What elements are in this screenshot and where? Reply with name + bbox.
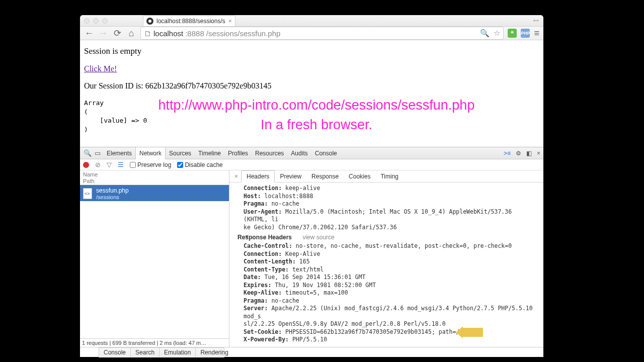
drawer-tab-emulation[interactable]: Emulation (159, 348, 196, 357)
header-line: Connection: keep-alive (244, 185, 538, 193)
fullscreen-icon[interactable]: ⤢ (531, 16, 541, 26)
network-subbar: ⊘ ▽ ☰ Preserve log Disable cache (80, 159, 543, 170)
toggle-drawer-icon[interactable]: >≡ (504, 150, 511, 157)
header-line: Content-Length: 165 (244, 258, 538, 266)
header-line: User-Agent: Mozilla/5.0 (Macintosh; Inte… (244, 208, 538, 224)
devtools-tab-console[interactable]: Console (311, 147, 341, 159)
annotation-caption: In a fresh browser. (140, 115, 493, 135)
highlight-arrow-icon (462, 328, 483, 337)
header-line: Expires: Thu, 19 Nov 1981 08:52:00 GMT (244, 282, 538, 290)
url-port: :8888 (185, 29, 204, 38)
chrome-menu-button[interactable]: ≡ (534, 28, 539, 39)
view-toggle-icon[interactable]: ☰ (118, 161, 124, 168)
drawer-tab-search[interactable]: Search (131, 348, 159, 357)
header-line: Pragma: no-cache (244, 200, 538, 208)
favicon-icon (146, 18, 153, 25)
view-source-link[interactable]: view source (302, 234, 334, 241)
devtools-tab-network[interactable]: Network (135, 147, 166, 159)
devtools-tab-resources[interactable]: Resources (252, 147, 287, 159)
header-line: Pragma: no-cache (244, 297, 538, 305)
drawer-tab-rendering[interactable]: Rendering (196, 348, 232, 357)
inspect-icon[interactable]: 🔍 (83, 149, 92, 157)
header-line: Keep-Alive: timeout=5, max=100 (244, 289, 538, 297)
file-icon (83, 188, 92, 199)
titlebar: localhost:8888/sessions/s × ⤢ (80, 15, 543, 27)
close-window-button[interactable] (84, 18, 90, 24)
annotation-url: http://www.php-intro.com/code/sessions/s… (140, 96, 493, 115)
header-line: sl/2.2.25 OpenSSL/0.9.8y DAV/2 mod_perl/… (244, 320, 538, 328)
bookmark-star-icon[interactable]: ☆ (494, 29, 500, 38)
browser-window: localhost:8888/sessions/s × ⤢ ← → ⟳ ⌂ 🗋 … (80, 15, 543, 348)
preserve-log-checkbox[interactable]: Preserve log (130, 161, 171, 168)
col-name: Name (83, 171, 226, 178)
header-line: Server: Apache/2.2.25 (Unix) mod_fastcgi… (244, 305, 538, 320)
request-row[interactable]: sessfun.php /sessions (80, 185, 229, 201)
home-button[interactable]: ⌂ (126, 28, 136, 39)
header-line: Connection: Keep-Alive (244, 250, 538, 258)
header-line: ke Gecko) Chrome/37.0.2062.120 Safari/53… (244, 224, 538, 232)
minimize-window-button[interactable] (93, 18, 99, 24)
request-filename: sessfun.php (96, 187, 129, 194)
header-line: Date: Tue, 16 Sep 2014 15:36:01 GMT (244, 274, 538, 282)
url-host: localhost (153, 29, 183, 38)
detail-tab-cookies[interactable]: Cookies (344, 170, 375, 183)
close-tab-button[interactable]: × (228, 18, 232, 25)
disable-cache-checkbox[interactable]: Disable cache (177, 161, 222, 168)
page-icon: 🗋 (144, 29, 151, 38)
header-line: Content-Type: text/html (244, 266, 538, 274)
search-icon[interactable]: 🔍 (480, 29, 490, 38)
settings-gear-icon[interactable]: ⚙ (516, 150, 521, 157)
back-button[interactable]: ← (84, 28, 94, 39)
filter-icon[interactable]: ▽ (107, 161, 112, 168)
devtools-tab-profiles[interactable]: Profiles (224, 147, 252, 159)
devtools-tab-audits[interactable]: Audits (287, 147, 311, 159)
detail-tab-timing[interactable]: Timing (375, 170, 404, 183)
traffic-lights (84, 18, 108, 24)
click-me-link[interactable]: Click Me! (84, 64, 117, 73)
toolbar: ← → ⟳ ⌂ 🗋 localhost:8888/sessions/sessfu… (80, 27, 543, 40)
extension-1-button[interactable]: ❝ (508, 29, 517, 38)
forward-button[interactable]: → (98, 28, 108, 39)
page-heading: Session is empty (84, 46, 539, 56)
address-bar[interactable]: 🗋 localhost:8888/sessions/sessfun.php 🔍 … (140, 27, 504, 40)
device-mode-icon[interactable]: ▭ (93, 149, 102, 157)
session-id-line: Our Session ID is: 662b132a96f7b7470305e… (84, 81, 539, 90)
devtools-tab-sources[interactable]: Sources (166, 147, 195, 159)
reload-button[interactable]: ⟳ (112, 28, 122, 39)
detail-tab-preview[interactable]: Preview (275, 170, 306, 183)
request-folder: /sessions (96, 194, 129, 200)
url-path: /sessions/sessfun.php (206, 29, 281, 38)
header-line: Host: localhost:8888 (244, 193, 538, 201)
tab-title: localhost:8888/sessions/s (156, 18, 225, 25)
col-path: Path (83, 178, 226, 185)
record-button[interactable] (83, 162, 89, 168)
devtools-tab-elements[interactable]: Elements (103, 147, 135, 159)
page-content: Session is empty Click Me! Our Session I… (80, 40, 543, 147)
devtools-close-icon[interactable]: × (537, 150, 540, 157)
dock-side-icon[interactable]: ◧ (526, 150, 532, 157)
drawer-tab-console[interactable]: Console (99, 348, 131, 357)
extension-php-button[interactable]: PHP (521, 29, 530, 38)
detail-tab-response[interactable]: Response (306, 170, 344, 183)
request-list-panel: Name Path sessfun.php /sessions 1 reques… (80, 170, 229, 347)
browser-tab[interactable]: localhost:8888/sessions/s × (143, 15, 235, 26)
devtools-drawer-tabs: ConsoleSearchEmulationRendering (99, 347, 224, 357)
devtools-tab-timeline[interactable]: Timeline (195, 147, 224, 159)
request-detail-panel: × HeadersPreviewResponseCookiesTiming Co… (229, 170, 543, 347)
devtools-tabbar: 🔍 ▭ ElementsNetworkSourcesTimelineProfil… (80, 147, 543, 159)
detail-tab-headers[interactable]: Headers (241, 170, 275, 183)
close-detail-button[interactable]: × (231, 173, 241, 180)
headers-body[interactable]: Connection: keep-aliveHost: localhost:88… (229, 183, 543, 347)
network-status-bar: 1 requests | 699 B transferred | 2 ms (l… (80, 338, 229, 347)
clear-button[interactable]: ⊘ (95, 161, 101, 168)
slide-annotation: http://www.php-intro.com/code/sessions/s… (140, 96, 493, 135)
header-line: X-Powered-By: PHP/5.5.10 (244, 336, 538, 344)
header-line: Cache-Control: no-store, no-cache, must-… (244, 242, 538, 250)
response-headers-section[interactable]: ▼ Response Headers view source (237, 233, 538, 241)
header-line: Set-Cookie: PHPSESSID=662b132a96f7b74703… (244, 328, 538, 336)
zoom-window-button[interactable] (102, 18, 108, 24)
devtools-panel: 🔍 ▭ ElementsNetworkSourcesTimelineProfil… (80, 147, 543, 357)
